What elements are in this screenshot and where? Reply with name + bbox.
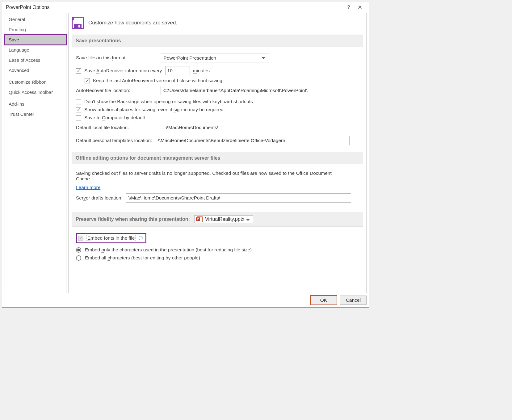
svg-rect-2 <box>78 25 80 27</box>
svg-rect-1 <box>74 24 82 28</box>
page-title: Customize how documents are saved. <box>88 20 177 26</box>
autorecover-checkbox[interactable] <box>76 68 81 74</box>
pptx-file-icon <box>197 216 203 222</box>
embed-all-radio[interactable] <box>76 255 81 261</box>
section-preserve-fidelity: Preserve fidelity when sharing this pres… <box>72 212 363 227</box>
section-offline-editing: Offline editing options for document man… <box>72 152 363 164</box>
show-additional-places-label: Show additional places for saving, even … <box>84 107 225 112</box>
sidebar-item-language[interactable]: Language <box>5 45 66 55</box>
sidebar-item-general[interactable]: General <box>5 14 66 24</box>
save-to-computer-label: Save to Computer by default <box>84 115 145 120</box>
sidebar-item-proofing[interactable]: Proofing <box>5 24 66 35</box>
embed-all-label: Embed all characters (best for editing b… <box>85 255 200 261</box>
format-label: Save files in this format: <box>76 55 127 61</box>
cancel-button[interactable]: Cancel <box>340 296 367 305</box>
preserve-fidelity-label: Preserve fidelity when sharing this pres… <box>76 216 190 222</box>
autorecover-minutes-input[interactable] <box>165 66 190 75</box>
dialog-footer: OK Cancel <box>2 293 369 307</box>
save-format-select[interactable]: PowerPoint Presentation <box>161 53 269 62</box>
embed-fonts-highlight: Embed fonts in the file i <box>76 233 146 243</box>
autorecover-location-label: AutoRecover file location: <box>76 88 130 93</box>
section-save-presentations: Save presentations <box>72 35 363 47</box>
options-dialog: PowerPoint Options ? ✕ General Proofing … <box>2 2 369 308</box>
dont-show-backstage-label: Don't show the Backstage when opening or… <box>84 99 253 104</box>
dont-show-backstage-checkbox[interactable] <box>76 99 81 104</box>
sidebar-item-save[interactable]: Save <box>5 35 66 45</box>
learn-more-link[interactable]: Learn more <box>76 185 100 190</box>
save-floppy-icon <box>72 17 84 29</box>
save-to-computer-checkbox[interactable] <box>76 115 81 120</box>
server-drafts-input[interactable] <box>126 193 351 203</box>
embed-only-used-radio[interactable] <box>76 247 81 253</box>
show-additional-places-checkbox[interactable] <box>76 107 81 112</box>
sidebar-item-customize-ribbon[interactable]: Customize Ribbon <box>5 77 66 87</box>
default-local-input[interactable] <box>163 123 357 132</box>
embed-fonts-label: Embed fonts in the file <box>86 235 136 241</box>
embed-only-used-label: Embed only the characters used in the pr… <box>85 247 252 253</box>
titlebar: PowerPoint Options ? ✕ <box>2 2 369 13</box>
info-icon[interactable]: i <box>139 236 143 240</box>
default-templates-input[interactable] <box>155 136 350 145</box>
presentation-select[interactable]: VirtualReality.pptx <box>194 215 253 223</box>
keep-last-checkbox[interactable] <box>85 78 90 83</box>
sidebar-item-ease-of-access[interactable]: Ease of Access <box>5 55 66 65</box>
sidebar-item-trust-center[interactable]: Trust Center <box>5 109 66 119</box>
default-local-label: Default local file location: <box>76 125 129 130</box>
server-drafts-label: Server drafts location: <box>76 195 123 201</box>
sidebar-item-qat[interactable]: Quick Access Toolbar <box>5 87 66 97</box>
help-icon[interactable]: ? <box>343 5 354 10</box>
sidebar-item-addins[interactable]: Add-ins <box>5 99 66 109</box>
keep-last-label: Keep the last AutoRecovered version if I… <box>93 78 222 83</box>
autorecover-location-input[interactable] <box>161 86 355 95</box>
minutes-label: minutes <box>193 68 210 74</box>
presentation-filename: VirtualReality.pptx <box>205 216 244 222</box>
options-sidebar: General Proofing Save Language Ease of A… <box>5 13 66 293</box>
sidebar-item-advanced[interactable]: Advanced <box>5 65 66 75</box>
close-icon[interactable]: ✕ <box>354 4 365 11</box>
window-title: PowerPoint Options <box>6 5 49 10</box>
autorecover-label: Save AutoRecover information every <box>84 68 162 74</box>
options-main-pane: Customize how documents are saved. Save … <box>68 13 367 293</box>
offline-note: Saving checked out files to server draft… <box>76 170 348 182</box>
default-templates-label: Default personal templates location: <box>76 138 152 143</box>
ok-button[interactable]: OK <box>310 296 337 305</box>
embed-fonts-checkbox[interactable] <box>78 236 83 241</box>
